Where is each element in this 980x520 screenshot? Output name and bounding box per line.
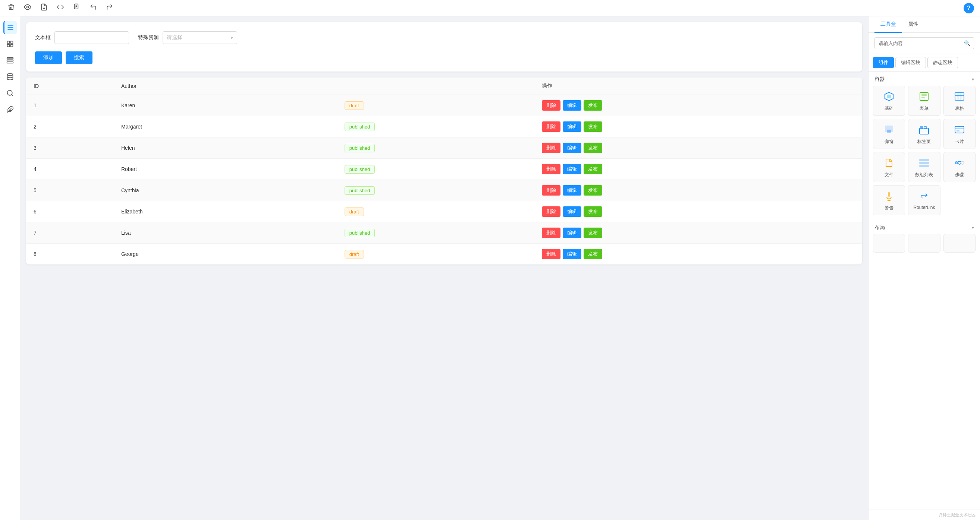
publish-button[interactable]: 发布: [584, 206, 602, 217]
layout-grid: [873, 234, 975, 257]
edit-button[interactable]: 编辑: [563, 121, 581, 132]
svg-point-13: [7, 74, 13, 76]
publish-button[interactable]: 发布: [584, 249, 602, 259]
cell-status: draft: [337, 201, 535, 222]
delete-button[interactable]: 删除: [542, 121, 560, 132]
comp-tab-static-block[interactable]: 静态区块: [928, 57, 958, 68]
status-badge: published: [345, 186, 375, 195]
text-field-label: 文本框: [35, 34, 51, 41]
panel-footer: @稀土掘金技术社区: [869, 510, 980, 520]
comp-item-modal[interactable]: 弹窗: [873, 119, 905, 149]
cell-status: published: [337, 180, 535, 201]
alert-icon: [882, 189, 896, 203]
delete-button[interactable]: 删除: [542, 206, 560, 217]
comp-item-layout-1[interactable]: [873, 234, 905, 252]
comp-item-tabs[interactable]: 标签页: [908, 119, 940, 149]
sidebar-item-search[interactable]: [3, 86, 17, 100]
svg-rect-36: [920, 162, 929, 164]
panel-search-icon: 🔍: [964, 40, 970, 46]
delete-button[interactable]: 删除: [542, 100, 560, 111]
comp-item-table[interactable]: 表格: [943, 86, 975, 116]
cell-author: Lisa: [114, 222, 272, 244]
add-button[interactable]: 添加: [35, 51, 62, 64]
publish-button[interactable]: 发布: [584, 121, 602, 132]
comp-item-alert[interactable]: 警告: [873, 185, 905, 215]
tab-toolbox[interactable]: 工具盒: [875, 16, 902, 33]
tab-properties[interactable]: 属性: [902, 16, 924, 33]
help-button[interactable]: ?: [964, 3, 974, 13]
publish-button[interactable]: 发布: [584, 185, 602, 195]
delete-button[interactable]: 删除: [542, 249, 560, 259]
text-field-input[interactable]: [54, 31, 129, 44]
svg-rect-28: [887, 130, 891, 133]
eye-icon-btn[interactable]: [22, 3, 33, 13]
delete-button[interactable]: 删除: [542, 228, 560, 238]
modal-label: 弹窗: [885, 139, 894, 145]
comp-item-routerlink[interactable]: RouterLink: [908, 185, 940, 215]
delete-icon-btn[interactable]: [6, 3, 16, 13]
right-panel: 工具盒 属性 🔍 组件 编辑区块 静态区块 容器 ▾ 基础: [868, 16, 980, 520]
special-resource-select[interactable]: 请选择 ▾: [162, 31, 237, 44]
edit-button[interactable]: 编辑: [563, 164, 581, 174]
delete-button[interactable]: 删除: [542, 185, 560, 195]
sidebar-item-puzzle[interactable]: [3, 103, 17, 116]
comp-item-layout-2[interactable]: [908, 234, 940, 252]
comp-item-basic[interactable]: 基础: [873, 86, 905, 116]
panel-search-input[interactable]: [875, 37, 974, 49]
cell-actions: 删除 编辑 发布: [535, 244, 862, 265]
undo-icon-btn[interactable]: [88, 3, 99, 13]
cell-author: George: [114, 244, 272, 265]
cell-id: 1: [26, 95, 114, 116]
table-label: 表格: [955, 105, 964, 112]
code-icon-btn[interactable]: [55, 3, 66, 13]
comp-item-steps[interactable]: 1 步骤: [943, 152, 975, 182]
sidebar-item-grid[interactable]: [3, 54, 17, 67]
cell-status: published: [337, 116, 535, 138]
edit-button[interactable]: 编辑: [563, 206, 581, 217]
edit-button[interactable]: 编辑: [563, 228, 581, 238]
publish-button[interactable]: 发布: [584, 164, 602, 174]
sidebar-item-layers[interactable]: [3, 21, 17, 34]
steps-icon: 1: [953, 156, 966, 170]
comp-item-form[interactable]: 表单: [908, 86, 940, 116]
publish-button[interactable]: 发布: [584, 143, 602, 153]
cell-id: 4: [26, 159, 114, 180]
section-layout-header[interactable]: 布局 ▾: [873, 220, 975, 234]
export-icon-btn[interactable]: [39, 3, 49, 13]
container-grid: 基础 表单 表格 弹窗: [873, 86, 975, 220]
sidebar-item-list[interactable]: [3, 37, 17, 51]
edit-button[interactable]: 编辑: [563, 100, 581, 111]
delete-button[interactable]: 删除: [542, 143, 560, 153]
redo-icon-btn[interactable]: [104, 3, 115, 13]
edit-button[interactable]: 编辑: [563, 185, 581, 195]
search-button[interactable]: 搜索: [66, 51, 92, 64]
file-label: 文件: [885, 172, 894, 178]
comp-tab-component[interactable]: 组件: [873, 57, 894, 68]
delete-button[interactable]: 删除: [542, 164, 560, 174]
comp-item-layout-3[interactable]: [943, 234, 975, 252]
edit-button[interactable]: 编辑: [563, 143, 581, 153]
edit-button[interactable]: 编辑: [563, 249, 581, 259]
svg-rect-23: [955, 93, 964, 100]
special-resource-group: 特殊资源 请选择 ▾: [138, 31, 237, 44]
cell-status: draft: [337, 244, 535, 265]
cell-actions: 删除 编辑 发布: [535, 180, 862, 201]
routerlink-icon: [917, 189, 931, 203]
section-container-header[interactable]: 容器 ▾: [873, 71, 975, 86]
file-icon-btn[interactable]: [72, 3, 82, 13]
svg-text:1: 1: [956, 162, 958, 165]
comp-tab-edit-block[interactable]: 编辑区块: [895, 57, 926, 68]
sidebar-item-database[interactable]: [3, 70, 17, 84]
status-badge: published: [345, 229, 375, 237]
arraylist-icon: [917, 156, 931, 170]
comp-item-card[interactable]: 卡片: [943, 119, 975, 149]
alert-label: 警告: [885, 205, 894, 211]
svg-line-15: [11, 95, 13, 96]
svg-rect-7: [10, 41, 13, 44]
top-toolbar: ?: [0, 0, 980, 16]
status-badge: draft: [345, 101, 364, 110]
comp-item-file[interactable]: 文件: [873, 152, 905, 182]
comp-item-arraylist[interactable]: 数组列表: [908, 152, 940, 182]
publish-button[interactable]: 发布: [584, 100, 602, 111]
publish-button[interactable]: 发布: [584, 228, 602, 238]
